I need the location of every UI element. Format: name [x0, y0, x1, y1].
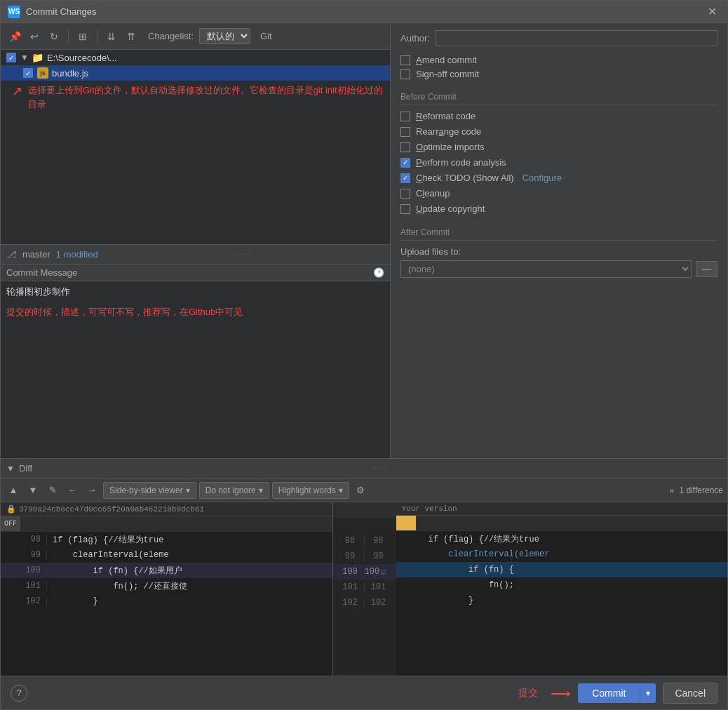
file-tree: ▼ 📁 E:\Sourcecode\... js bundle.js ↗ 选择要… [1, 50, 390, 244]
upload-select-row: (none) — [400, 260, 717, 278]
copyright-row: Update copyright [400, 203, 717, 214]
after-commit-divider: After Commit [400, 227, 717, 241]
diff-header: ▼ Diff ····· [1, 459, 727, 478]
copyright-checkbox[interactable] [400, 204, 410, 214]
signoff-checkbox[interactable] [400, 69, 410, 79]
changelist-select[interactable]: 默认的 [199, 28, 250, 44]
drag-handle: ····· [236, 251, 251, 257]
rearrange-label: Rearrange code [416, 126, 481, 137]
off-label: OFF [1, 516, 20, 531]
bottom-bar: ? 提交 ⟶ Commit ▾ Cancel [1, 676, 727, 709]
annotation-arrow-icon: ↗ [6, 83, 22, 99]
diff-toolbar: ▲ ▼ ✎ ← → Side-by-side viewer ▾ Do not i… [1, 478, 727, 502]
changelist-label: Changelist: [148, 31, 194, 41]
edit-btn[interactable]: ✎ [44, 482, 61, 499]
reformat-checkbox[interactable] [400, 112, 410, 121]
amend-commit-row: Amend commit [400, 55, 717, 65]
amend-checkbox[interactable] [400, 55, 410, 65]
folder-item[interactable]: ▼ 📁 E:\Sourcecode\... [1, 50, 390, 65]
js-icon: js [37, 67, 48, 79]
cleanup-checkbox[interactable] [400, 189, 410, 199]
diff-content: 🔒 3790a24cb6cc47d0cc65f20a0ab462218b0dcb… [1, 502, 727, 676]
before-commit-divider: Before Commit [400, 92, 717, 105]
annotation-area: ↗ 选择要上传到Git的文件，默认自动选择修改过的文件。它检查的目录是git i… [1, 81, 390, 111]
expand-button[interactable]: ⇊ [103, 28, 120, 45]
reformat-label: Reformat code [416, 111, 476, 121]
diff-collapse-arrow[interactable]: ▼ [6, 464, 15, 474]
analysis-checkbox[interactable] [400, 158, 410, 168]
commit-message-header: Commit Message 🕐 [1, 264, 390, 281]
status-bar: ⎇ master 1 modified ····· [1, 244, 390, 264]
viewer-select[interactable]: Side-by-side viewer ▾ [103, 482, 196, 499]
group-button[interactable]: ⊞ [74, 28, 91, 45]
sep1 [68, 29, 69, 43]
analysis-row: Perform code analysis [400, 157, 717, 168]
window-title: Commit Changes [26, 6, 703, 17]
commit-button[interactable]: Commit [578, 683, 640, 703]
folder-icon: 📁 [32, 52, 43, 63]
commit-dropdown-button[interactable]: ▾ [640, 683, 656, 703]
scroll-down-btn[interactable]: ▼ [25, 482, 41, 499]
diff-left-panel: 🔒 3790a24cb6cc47d0cc65f20a0ab462218b0dcb… [1, 502, 333, 676]
author-input[interactable] [436, 30, 717, 46]
todo-row: Check TODO (Show All) Configure [400, 173, 717, 183]
help-button[interactable]: ? [11, 685, 27, 702]
diff-line-100-left: 100 if (fn) {//如果用户 [1, 563, 332, 578]
file-checkbox[interactable] [23, 68, 33, 78]
author-row: Author: [400, 30, 717, 46]
highlight-select[interactable]: Highlight words ▾ [272, 482, 349, 499]
next-btn[interactable]: → [83, 482, 100, 499]
right-panel: Author: Amend commit Sign-off commit Bef… [391, 23, 727, 458]
optimize-checkbox[interactable] [400, 142, 410, 152]
diff-panel: ▼ Diff ····· ▲ ▼ ✎ ← → Side-by-side view… [1, 458, 727, 676]
cancel-button[interactable]: Cancel [663, 683, 717, 704]
cleanup-row: Cleanup [400, 188, 717, 199]
folder-path: E:\Sourcecode\... [47, 53, 117, 63]
prev-btn[interactable]: ← [64, 482, 81, 499]
refresh-button[interactable]: ↻ [46, 28, 62, 45]
optimize-label: Optimize imports [416, 142, 485, 152]
clock-icon[interactable]: 🕐 [373, 267, 384, 278]
file-item[interactable]: js bundle.js [1, 65, 390, 81]
scroll-up-btn[interactable]: ▲ [5, 482, 22, 499]
rearrange-row: Rearrange code [400, 126, 717, 137]
configure-link[interactable]: Configure [523, 173, 562, 183]
line-num-98: 98 [20, 535, 47, 544]
diff-count: » 1 difference [669, 485, 723, 495]
line-code-98: if (flag) {//结果为true [47, 534, 163, 546]
ignore-select[interactable]: Do not ignore ▾ [199, 482, 269, 499]
analysis-label: Perform code analysis [416, 157, 506, 168]
upload-label: Upload files to: [400, 246, 717, 257]
file-name: bundle.js [52, 68, 88, 79]
todo-checkbox[interactable] [400, 173, 410, 183]
branch-icon: ⎇ [6, 249, 17, 260]
annotation1-text: 选择要上传到Git的文件，默认自动选择修改过的文件。它检查的目录是git ini… [22, 83, 390, 111]
folder-checkbox[interactable] [6, 53, 16, 62]
diff-left-hash: 3790a24cb6cc47d0cc65f20a0ab462218b0dcb61 [19, 505, 204, 514]
branch-name: master [22, 249, 50, 260]
git-label: Git [260, 31, 272, 41]
pin-button[interactable]: 📌 [6, 28, 23, 45]
undo-button[interactable]: ↩ [26, 28, 43, 45]
amend-label: Amend commit [416, 55, 477, 65]
diff-drag-handle: ····· [372, 465, 386, 471]
upload-select[interactable]: (none) [400, 260, 692, 278]
collapse-button[interactable]: ⇈ [123, 28, 140, 45]
upload-button[interactable]: — [696, 261, 717, 277]
diff-line-102-right: } [396, 593, 728, 608]
diff-line-99-right: clearInterval(elemer [396, 547, 728, 562]
commit-message-value: 轮播图初步制作 [1, 281, 390, 302]
diff-line-101-left: 101 fn(); //还直接使 [1, 578, 332, 594]
sep2 [97, 29, 97, 43]
bottom-right-actions: 提交 ⟶ Commit ▾ Cancel [518, 683, 717, 704]
diff-line-98-left: 98 if (flag) {//结果为true [1, 532, 332, 547]
todo-label: Check TODO (Show All) [416, 173, 514, 183]
diff-line-100-right: if (fn) { [396, 562, 728, 577]
commit-button-group: Commit ▾ [578, 683, 656, 703]
rearrange-checkbox[interactable] [400, 127, 410, 137]
diff-line-98-right: if (flag) {//结果为true [396, 531, 728, 547]
settings-icon[interactable]: ⚙ [352, 482, 369, 499]
close-button[interactable]: ✕ [703, 4, 720, 20]
reformat-row: Reformat code [400, 111, 717, 121]
annotation2-text: 提交的时候，描述，可写可不写，推荐写，在Github中可见 [1, 302, 390, 323]
